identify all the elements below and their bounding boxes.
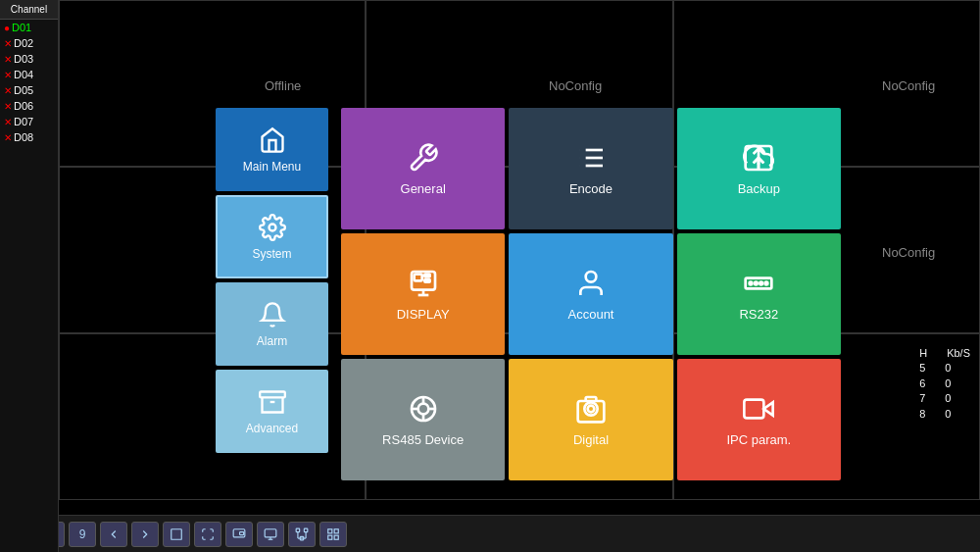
main-area: Offline NoConfig NoConfig NoConfig H Kb/… [59, 0, 980, 500]
svg-rect-18 [424, 274, 429, 276]
home-icon [259, 126, 286, 154]
tile-general-label: General [401, 181, 446, 196]
right-menu-grid: General Encode [341, 108, 841, 480]
stats-row-5-label: 5 [919, 361, 925, 376]
tile-rs232[interactable]: RS232 [677, 233, 841, 355]
tile-account-label: Account [568, 307, 614, 322]
sidebar-item-d02[interactable]: ✕ D02 [0, 35, 58, 51]
sidebar-header: Channel [0, 0, 58, 20]
upload-icon [743, 142, 774, 174]
svg-point-22 [750, 281, 753, 284]
d02-status-icon: ✕ [4, 38, 12, 49]
gear-icon [259, 214, 286, 241]
nav-alarm-label: Alarm [257, 334, 287, 348]
sidebar-item-d04[interactable]: ✕ D04 [0, 67, 58, 82]
taskbar-btn-fullscreen[interactable] [163, 522, 190, 547]
d07-status-icon: ✕ [4, 117, 12, 127]
list-icon [575, 142, 607, 174]
settings-icon [326, 527, 340, 541]
taskbar-btn-network[interactable] [288, 522, 316, 547]
stats-panel: H Kb/S 5 0 6 0 7 0 8 0 [919, 346, 970, 422]
svg-rect-17 [414, 274, 421, 280]
d03-status-icon: ✕ [4, 54, 12, 65]
tile-rs485[interactable]: RS485 Device [341, 359, 505, 480]
stats-row-8-label: 8 [919, 407, 925, 422]
camera-icon [575, 393, 607, 425]
stats-row-7-label: 7 [919, 391, 925, 406]
svg-rect-51 [334, 535, 338, 539]
tile-backup[interactable]: Backup [677, 108, 841, 229]
noconfig-label-tr: NoConfig [882, 78, 935, 93]
nav-advanced-label: Advanced [246, 422, 298, 435]
sidebar-item-d05[interactable]: ✕ D05 [0, 82, 58, 98]
noconfig-label-mid: NoConfig [882, 245, 935, 260]
tile-ipc[interactable]: IPC param. [677, 359, 841, 480]
svg-rect-36 [172, 528, 182, 539]
tile-general[interactable]: General [341, 108, 505, 229]
nav-advanced[interactable]: Advanced [216, 370, 328, 453]
sidebar-item-d01[interactable]: ● D01 [0, 20, 58, 35]
svg-rect-49 [328, 528, 332, 532]
offline-label: Offline [265, 78, 301, 93]
tile-display-label: DISPLAY [397, 307, 450, 322]
svg-rect-35 [745, 399, 764, 418]
tile-digital[interactable]: Digital [509, 359, 672, 480]
nav-alarm[interactable]: Alarm [216, 282, 328, 366]
svg-rect-38 [240, 531, 244, 534]
tile-rs232-label: RS232 [739, 307, 778, 322]
taskbar-btn-stretch[interactable] [194, 522, 221, 547]
taskbar-btn-9[interactable]: 9 [69, 522, 96, 547]
tile-encode[interactable]: Encode [509, 108, 672, 229]
rs232-icon [743, 268, 774, 299]
sidebar-item-d06[interactable]: ✕ D06 [0, 98, 58, 114]
sidebar-item-d03[interactable]: ✕ D03 [0, 51, 58, 67]
svg-rect-52 [328, 535, 332, 539]
d06-status-icon: ✕ [4, 101, 12, 112]
svg-point-24 [760, 281, 763, 284]
monitor-icon [264, 527, 277, 541]
tile-encode-label: Encode [569, 181, 612, 196]
nav-system[interactable]: System [216, 195, 328, 278]
ipc-icon [743, 393, 774, 425]
taskbar: 1 4 9 [0, 515, 980, 552]
taskbar-btn-monitor[interactable] [257, 522, 284, 547]
arrow-right-icon [138, 527, 152, 541]
sidebar-item-d07[interactable]: ✕ D07 [0, 114, 58, 129]
display-icon [408, 268, 439, 299]
stats-row-8-val: 0 [945, 407, 951, 422]
menu-panel: Main Menu System Alarm [216, 108, 843, 480]
stats-row-6-val: 0 [945, 376, 951, 391]
tile-account[interactable]: Account [509, 233, 672, 355]
sidebar: Channel ● D01 ✕ D02 ✕ D03 ✕ D04 ✕ D05 ✕ … [0, 0, 59, 552]
fullscreen-icon [170, 527, 183, 541]
sidebar-item-d08[interactable]: ✕ D08 [0, 129, 58, 145]
tile-display[interactable]: DISPLAY [341, 233, 505, 355]
arrow-left-icon [107, 527, 121, 541]
stats-row-5-val: 0 [945, 361, 951, 376]
bell-icon [259, 301, 286, 328]
tile-ipc-label: IPC param. [726, 432, 791, 447]
stretch-icon [201, 527, 215, 541]
svg-point-23 [755, 281, 758, 284]
network-icon [295, 527, 309, 541]
taskbar-btn-pip[interactable] [225, 522, 253, 547]
svg-rect-39 [265, 528, 276, 536]
taskbar-btn-prev[interactable] [100, 522, 127, 547]
nav-main-menu-label: Main Menu [243, 160, 301, 174]
taskbar-btn-next[interactable] [131, 522, 159, 547]
taskbar-btn-settings[interactable] [319, 522, 347, 547]
tile-backup-label: Backup [738, 181, 780, 196]
d04-status-icon: ✕ [4, 70, 12, 80]
svg-rect-43 [304, 528, 308, 532]
left-nav: Main Menu System Alarm [216, 108, 333, 480]
d05-status-icon: ✕ [4, 85, 12, 96]
nav-main-menu[interactable]: Main Menu [216, 108, 328, 191]
inbox-icon [259, 388, 286, 416]
rs485-icon [408, 393, 439, 425]
tile-rs485-label: RS485 Device [382, 432, 464, 447]
user-icon [575, 268, 607, 299]
wrench-icon [408, 142, 439, 174]
svg-point-25 [765, 281, 768, 284]
stats-header-h: H [919, 346, 927, 361]
svg-point-0 [269, 224, 275, 230]
